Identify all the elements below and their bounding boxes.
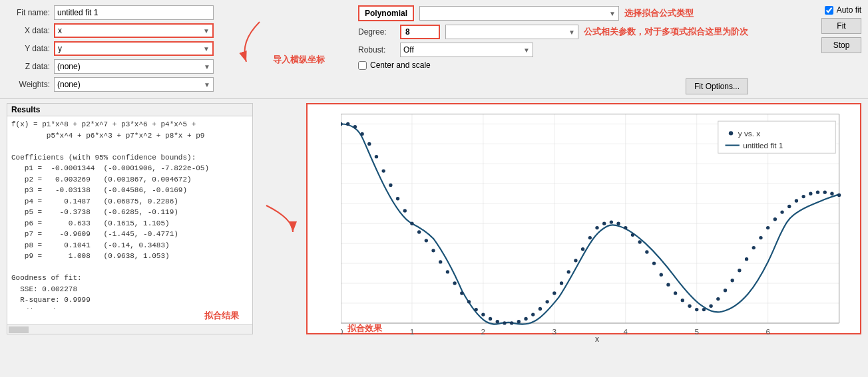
fit-type-dropdown[interactable]: ▼ bbox=[419, 6, 619, 21]
y-data-row: Y data: y ▼ bbox=[7, 41, 246, 56]
degree-annotation: 公式相关参数，对于多项式拟合这里为阶次 bbox=[584, 26, 748, 38]
svg-point-108 bbox=[809, 192, 812, 195]
svg-point-42 bbox=[341, 122, 343, 126]
svg-point-58 bbox=[453, 281, 456, 285]
results-line-17: R-square: 0.9999 bbox=[11, 295, 248, 306]
degree-dropdown[interactable]: ▼ bbox=[445, 25, 578, 39]
svg-point-56 bbox=[439, 260, 442, 263]
svg-point-43 bbox=[346, 122, 349, 126]
svg-point-70 bbox=[539, 307, 542, 311]
x-data-dropdown[interactable]: x ▼ bbox=[54, 23, 214, 38]
chart-arrow-area bbox=[260, 103, 300, 334]
results-bottom-scrollbar[interactable] bbox=[7, 324, 252, 334]
results-panel: Results f(x) = p1*x^8 + p2*x^7 + p3*x^6 … bbox=[7, 103, 253, 334]
svg-point-92 bbox=[695, 308, 698, 311]
svg-point-47 bbox=[375, 155, 378, 158]
svg-point-53 bbox=[417, 230, 421, 233]
svg-point-69 bbox=[531, 313, 535, 316]
y-data-value: y bbox=[58, 44, 62, 53]
z-data-row: Z data: (none) ▼ bbox=[7, 59, 246, 74]
right-panel: Auto fit Fit Stop bbox=[821, 5, 861, 94]
svg-point-84 bbox=[638, 240, 641, 243]
svg-text:1: 1 bbox=[410, 327, 415, 336]
svg-point-54 bbox=[425, 239, 428, 242]
svg-point-60 bbox=[467, 300, 471, 303]
results-line-9: p5 = -0.3738 (-0.6285, -0.119) bbox=[11, 207, 248, 218]
results-line-11: p7 = -0.9609 (-1.445, -0.4771) bbox=[11, 229, 248, 240]
fit-type-annotation: 选择拟合公式类型 bbox=[624, 7, 694, 19]
left-panel: Fit name: X data: x ▼ Y data: y ▼ Z data… bbox=[7, 5, 246, 94]
svg-point-106 bbox=[795, 199, 798, 202]
legend-dot-label: y vs. x bbox=[738, 129, 760, 138]
fit-options-button[interactable]: Fit Options... bbox=[686, 78, 748, 94]
svg-point-59 bbox=[460, 291, 463, 295]
svg-point-57 bbox=[446, 270, 449, 273]
svg-point-66 bbox=[510, 321, 513, 324]
auto-fit-label: Auto fit bbox=[837, 5, 861, 15]
svg-point-105 bbox=[787, 205, 791, 208]
svg-point-48 bbox=[381, 169, 385, 172]
svg-point-68 bbox=[524, 317, 527, 320]
svg-point-103 bbox=[773, 217, 777, 221]
results-line-12: p8 = 0.1041 (-0.14, 0.3483) bbox=[11, 240, 248, 251]
polynomial-button[interactable]: Polynomial bbox=[358, 5, 414, 21]
fit-name-input[interactable] bbox=[54, 5, 214, 20]
z-data-chevron-icon: ▼ bbox=[204, 63, 210, 70]
z-data-value: (none) bbox=[57, 62, 81, 71]
weights-row: Weights: (none) ▼ bbox=[7, 77, 246, 92]
robust-chevron-icon: ▼ bbox=[523, 47, 530, 54]
svg-point-72 bbox=[552, 291, 556, 295]
x-data-label: X data: bbox=[7, 26, 50, 35]
svg-point-100 bbox=[752, 246, 756, 249]
fit-options-row: Fit Options... bbox=[358, 76, 748, 94]
chart-annotation: 拟合效果 bbox=[347, 322, 382, 334]
svg-text:3: 3 bbox=[552, 327, 557, 336]
x-data-row: X data: x ▼ bbox=[7, 23, 246, 38]
legend-dot bbox=[729, 131, 733, 135]
bottom-section: Results f(x) = p1*x^8 + p2*x^7 + p3*x^6 … bbox=[0, 99, 868, 338]
import-annotation: 导入横纵坐标 bbox=[273, 54, 325, 66]
svg-point-67 bbox=[517, 320, 521, 323]
svg-point-79 bbox=[602, 222, 606, 225]
weights-dropdown[interactable]: (none) ▼ bbox=[54, 77, 214, 92]
fit-name-label: Fit name: bbox=[7, 8, 50, 17]
import-arrow-svg bbox=[233, 15, 266, 68]
fit-button[interactable]: Fit bbox=[821, 18, 861, 34]
results-line-15: Goodness of fit: bbox=[11, 273, 248, 284]
svg-point-94 bbox=[709, 305, 712, 308]
svg-point-65 bbox=[503, 321, 506, 324]
svg-point-93 bbox=[702, 308, 706, 311]
svg-point-71 bbox=[545, 300, 548, 303]
results-line-3 bbox=[11, 141, 248, 152]
svg-point-73 bbox=[560, 281, 563, 285]
svg-point-52 bbox=[410, 222, 413, 225]
weights-chevron-icon: ▼ bbox=[204, 81, 210, 88]
chart-panel: 1 0.8 0.6 0.4 0.2 0 -0.2 -0.4 -0.6 -0.8 … bbox=[306, 103, 861, 334]
results-content: f(x) = p1*x^8 + p2*x^7 + p3*x^6 + p4*x^5… bbox=[7, 116, 252, 309]
svg-point-76 bbox=[581, 247, 584, 251]
svg-point-50 bbox=[396, 197, 399, 200]
degree-button[interactable]: 8 bbox=[400, 25, 440, 39]
fit-type-chevron-icon: ▼ bbox=[609, 10, 616, 17]
x-data-value: x bbox=[58, 26, 62, 35]
z-data-dropdown[interactable]: (none) ▼ bbox=[54, 59, 214, 74]
results-line-14 bbox=[11, 262, 248, 273]
svg-point-102 bbox=[766, 226, 769, 229]
fit-name-row: Fit name: bbox=[7, 5, 246, 20]
center-scale-row: Center and scale bbox=[358, 61, 748, 70]
degree-chevron-icon: ▼ bbox=[568, 29, 575, 36]
svg-point-109 bbox=[816, 190, 819, 193]
center-scale-checkbox[interactable] bbox=[358, 61, 367, 70]
z-data-label: Z data: bbox=[7, 62, 50, 71]
svg-point-83 bbox=[631, 233, 634, 237]
auto-fit-checkbox[interactable] bbox=[825, 6, 833, 15]
y-data-dropdown[interactable]: y ▼ bbox=[54, 41, 214, 56]
robust-dropdown[interactable]: Off ▼ bbox=[400, 43, 533, 57]
svg-point-87 bbox=[660, 273, 663, 277]
chart-area: 1 0.8 0.6 0.4 0.2 0 -0.2 -0.4 -0.6 -0.8 … bbox=[308, 104, 860, 358]
svg-point-86 bbox=[652, 261, 656, 265]
svg-point-62 bbox=[481, 313, 485, 316]
svg-point-104 bbox=[780, 210, 783, 213]
stop-button[interactable]: Stop bbox=[821, 37, 861, 53]
weights-label: Weights: bbox=[7, 80, 50, 89]
